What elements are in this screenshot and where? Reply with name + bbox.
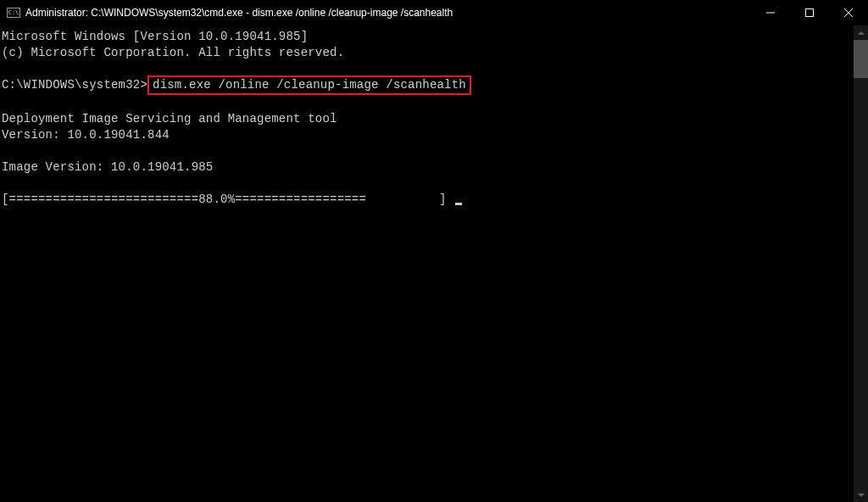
highlighted-command: dism.exe /online /cleanup-image /scanhea… bbox=[147, 75, 471, 95]
progress-bar-text: [==========================88.0%========… bbox=[2, 192, 453, 206]
chevron-up-icon bbox=[858, 31, 865, 35]
text-cursor bbox=[455, 203, 462, 205]
minimize-icon bbox=[766, 8, 775, 17]
os-version-line: Microsoft Windows [Version 10.0.19041.98… bbox=[2, 30, 308, 43]
maximize-icon bbox=[805, 8, 814, 17]
scroll-up-button[interactable] bbox=[854, 25, 868, 40]
svg-rect-1 bbox=[806, 9, 814, 17]
close-button[interactable] bbox=[829, 0, 868, 25]
svg-marker-5 bbox=[858, 494, 865, 497]
scroll-down-button[interactable] bbox=[854, 488, 868, 502]
window-controls bbox=[751, 0, 868, 25]
cmd-window: C:\ Administrator: C:\WINDOWS\system32\c… bbox=[0, 0, 868, 502]
console-output[interactable]: Microsoft Windows [Version 10.0.19041.98… bbox=[0, 25, 854, 502]
prompt-path: C:\WINDOWS\system32> bbox=[2, 78, 147, 92]
copyright-line: (c) Microsoft Corporation. All rights re… bbox=[2, 46, 344, 59]
svg-marker-4 bbox=[858, 31, 865, 35]
dism-version-line: Version: 10.0.19041.844 bbox=[2, 128, 170, 142]
minimize-button[interactable] bbox=[751, 0, 790, 25]
cmd-icon: C:\ bbox=[7, 8, 20, 18]
maximize-button[interactable] bbox=[790, 0, 829, 25]
window-titlebar[interactable]: C:\ Administrator: C:\WINDOWS\system32\c… bbox=[0, 0, 868, 25]
close-icon bbox=[844, 8, 853, 17]
dism-tool-line: Deployment Image Servicing and Managemen… bbox=[2, 112, 337, 126]
chevron-down-icon bbox=[858, 494, 865, 497]
image-version-line: Image Version: 10.0.19041.985 bbox=[2, 160, 213, 174]
vertical-scrollbar[interactable] bbox=[854, 25, 868, 502]
scrollbar-thumb[interactable] bbox=[854, 40, 868, 78]
window-title: Administrator: C:\WINDOWS\system32\cmd.e… bbox=[25, 7, 751, 19]
